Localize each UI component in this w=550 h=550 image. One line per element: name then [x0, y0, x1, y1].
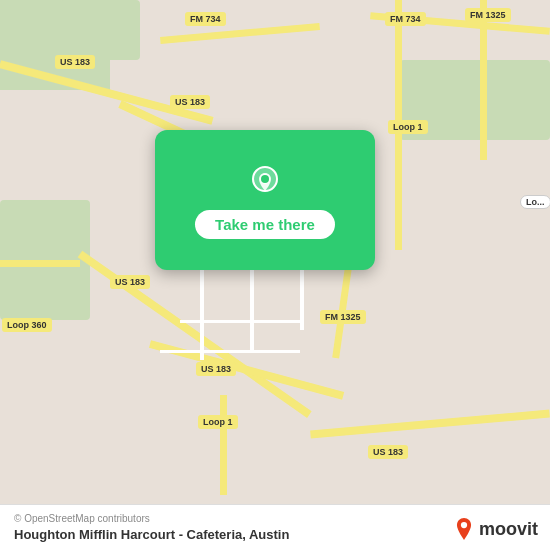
bottom-bar: © OpenStreetMap contributors Houghton Mi…: [0, 504, 550, 550]
road-white-4: [180, 320, 300, 323]
moovit-brand-text: moovit: [479, 519, 538, 540]
label-fm734-right: FM 734: [385, 12, 426, 26]
road-fm1325-top: [480, 0, 487, 160]
label-loop1-bot: Loop 1: [198, 415, 238, 429]
label-fm1325-mid: FM 1325: [320, 310, 366, 324]
moovit-logo: moovit: [453, 518, 538, 540]
road-loop360: [0, 260, 80, 267]
label-us183-bot: US 183: [368, 445, 408, 459]
moovit-pin-icon: [453, 518, 475, 540]
svg-point-3: [461, 522, 467, 528]
map-container: FM 734 FM 734 FM 1325 US 183 US 183 Loop…: [0, 0, 550, 550]
label-us183-mid: US 183: [110, 275, 150, 289]
location-pin-icon: [245, 162, 285, 202]
svg-point-2: [261, 175, 269, 183]
label-loop1-top: Loop 1: [388, 120, 428, 134]
green-area-2: [60, 0, 140, 60]
label-fm734-left: FM 734: [185, 12, 226, 26]
label-us183-lower: US 183: [196, 362, 236, 376]
label-loop360: Loop 360: [2, 318, 52, 332]
label-us183-top: US 183: [55, 55, 95, 69]
label-us183-second: US 183: [170, 95, 210, 109]
take-me-there-button[interactable]: Take me there: [195, 210, 335, 239]
label-loop-right: Lo...: [520, 195, 550, 209]
road-loop1-lower: [220, 395, 227, 495]
location-card: Take me there: [155, 130, 375, 270]
label-fm1325-top: FM 1325: [465, 8, 511, 22]
road-white-5: [160, 350, 300, 353]
